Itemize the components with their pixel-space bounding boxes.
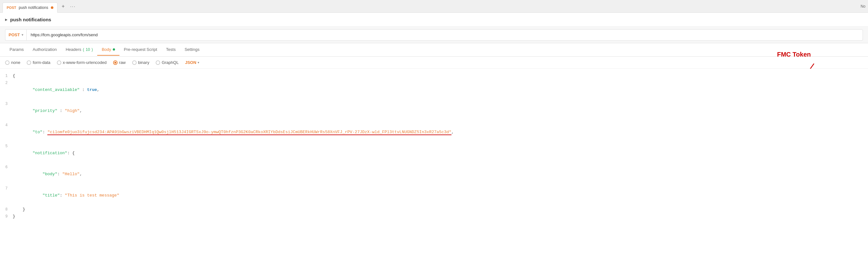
radio-form-data	[27, 60, 31, 65]
code-line-6-content: "body": "Hello",	[13, 164, 868, 185]
request-tabs-row: Params Authorization Headers ( 10 ) Body…	[0, 43, 868, 57]
method-label: POST	[8, 32, 20, 37]
format-dropdown-icon: ▾	[197, 61, 199, 64]
tab-body[interactable]: Body	[97, 44, 120, 56]
code-line-3-content: "priority" : "high",	[13, 101, 868, 121]
line-num-3: 3	[0, 101, 13, 107]
tab-settings[interactable]: Settings	[180, 44, 204, 56]
format-selector[interactable]: JSON ▾	[185, 60, 199, 65]
body-type-none[interactable]: none	[5, 60, 20, 65]
line-num-8: 8	[0, 206, 13, 213]
code-line-5-content: "notification": {	[13, 143, 868, 164]
radio-binary	[132, 60, 136, 65]
code-line-5: 5 "notification": {	[0, 143, 868, 164]
code-line-9: 9 }	[0, 213, 868, 220]
code-line-3: 3 "priority" : "high",	[0, 101, 868, 121]
code-line-7: 7 "title": "This is test message"	[0, 185, 868, 206]
code-line-4: 4 "to": "cilomfe0juo3ifujcsd234:APA91bGw…	[0, 122, 868, 143]
tab-method: POST	[7, 6, 16, 9]
code-line-1-content: {	[13, 73, 868, 80]
radio-none	[5, 60, 9, 65]
headers-count-close: )	[92, 47, 93, 52]
radio-urlencoded	[57, 60, 61, 65]
more-tabs-button[interactable]: ···	[69, 4, 77, 9]
tab-authorization[interactable]: Authorization	[28, 44, 61, 56]
url-bar: POST ▾	[0, 27, 868, 43]
method-select[interactable]: POST ▾	[5, 29, 26, 41]
line-num-7: 7	[0, 185, 13, 192]
body-type-raw[interactable]: raw	[113, 60, 126, 65]
headers-count-val: 10	[86, 47, 90, 52]
code-editor[interactable]: 1 { 2 "content_available" : true, 3 "pri…	[0, 69, 868, 224]
format-label: JSON	[185, 60, 196, 65]
body-type-row: none form-data x-www-form-urlencoded raw…	[0, 57, 868, 69]
tab-bar: POST push notifications + ··· No	[0, 0, 868, 13]
code-line-7-content: "title": "This is test message"	[13, 185, 868, 206]
radio-raw	[113, 60, 118, 65]
method-dropdown-arrow: ▾	[22, 33, 23, 36]
code-line-6: 6 "body": "Hello",	[0, 164, 868, 185]
tab-unsaved-dot	[51, 6, 53, 9]
tab-params[interactable]: Params	[5, 44, 28, 56]
tab-tests[interactable]: Tests	[162, 44, 180, 56]
tab-headers[interactable]: Headers ( 10 )	[61, 44, 97, 56]
body-type-graphql[interactable]: GraphQL	[156, 60, 179, 65]
url-input[interactable]	[26, 29, 863, 41]
request-title-bar: ▶ push notifications	[0, 13, 868, 27]
code-line-8-content: }	[13, 206, 868, 213]
line-num-1: 1	[0, 73, 13, 79]
code-line-2: 2 "content_available" : true,	[0, 80, 868, 101]
tab-title: push notifications	[19, 5, 48, 10]
expand-icon[interactable]: ▶	[5, 18, 8, 21]
body-type-form-data[interactable]: form-data	[27, 60, 51, 65]
code-line-2-content: "content_available" : true,	[13, 80, 868, 101]
request-tab[interactable]: POST push notifications	[3, 3, 58, 13]
radio-graphql	[156, 60, 160, 65]
body-type-binary[interactable]: binary	[132, 60, 149, 65]
new-tab-button[interactable]: +	[59, 2, 68, 11]
tab-pre-request[interactable]: Pre-request Script	[120, 44, 162, 56]
headers-count: (	[83, 47, 84, 52]
line-num-6: 6	[0, 164, 13, 170]
line-num-5: 5	[0, 143, 13, 149]
request-name: push notifications	[10, 17, 51, 22]
code-line-4-content: "to": "cilomfe0juo3ifujcsd234:APA91bGwsz…	[13, 122, 868, 143]
line-num-4: 4	[0, 122, 13, 129]
code-line-9-content: }	[13, 213, 868, 220]
body-type-urlencoded[interactable]: x-www-form-urlencoded	[57, 60, 107, 65]
line-num-9: 9	[0, 213, 13, 220]
code-line-1: 1 {	[0, 73, 868, 80]
line-num-2: 2	[0, 80, 13, 86]
code-line-8: 8 }	[0, 206, 868, 213]
body-active-dot	[113, 48, 115, 51]
tab-right-area: No	[861, 4, 865, 8]
